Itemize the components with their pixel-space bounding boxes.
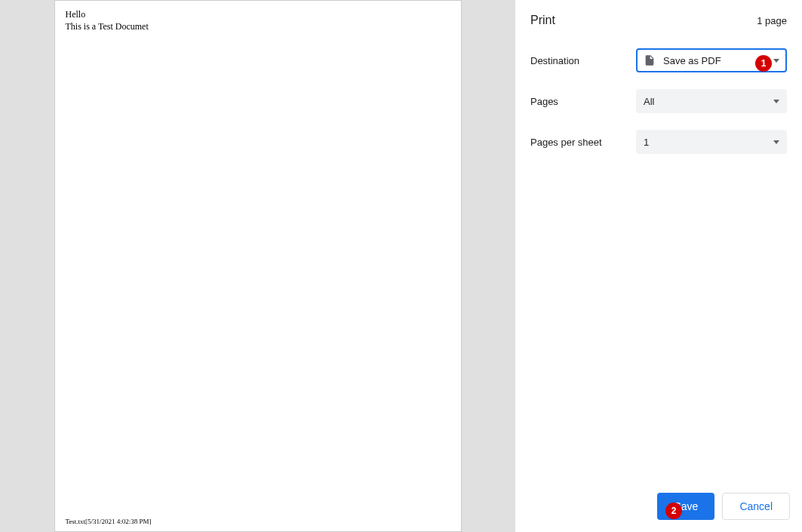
document-footer: Test.txt[5/31/2021 4:02:38 PM] <box>66 518 152 525</box>
destination-row: Destination Save as PDF <box>527 48 790 72</box>
annotation-callout-1: 1 <box>755 55 772 72</box>
page-preview: Hello This is a Test Documet Test.txt[5/… <box>54 0 462 532</box>
doc-line-1: Hello <box>66 8 450 20</box>
print-title: Print <box>530 14 555 27</box>
pages-per-sheet-row: Pages per sheet 1 <box>527 130 790 154</box>
sidebar-footer: Save Cancel <box>527 493 790 520</box>
destination-label: Destination <box>530 55 636 66</box>
pages-value: All <box>644 96 773 107</box>
pages-row: Pages All <box>527 89 790 113</box>
pages-per-sheet-label: Pages per sheet <box>530 137 636 148</box>
pages-per-sheet-select[interactable]: 1 <box>636 130 787 154</box>
doc-line-2: This is a Test Documet <box>66 20 450 32</box>
document-content: Hello This is a Test Documet <box>66 8 450 32</box>
file-icon <box>644 54 656 66</box>
sidebar-header: Print 1 page <box>527 14 790 27</box>
chevron-down-icon <box>773 140 779 144</box>
page-count: 1 page <box>757 15 787 26</box>
print-preview-area: Hello This is a Test Documet Test.txt[5/… <box>0 0 515 532</box>
chevron-down-icon <box>773 59 779 63</box>
pages-per-sheet-value: 1 <box>644 137 773 148</box>
pages-label: Pages <box>530 96 636 107</box>
pages-select[interactable]: All <box>636 89 787 113</box>
print-settings-sidebar: Print 1 page Destination Save as PDF Pag… <box>515 0 802 532</box>
annotation-callout-2: 2 <box>665 503 682 519</box>
chevron-down-icon <box>773 100 779 103</box>
cancel-button[interactable]: Cancel <box>722 493 790 520</box>
